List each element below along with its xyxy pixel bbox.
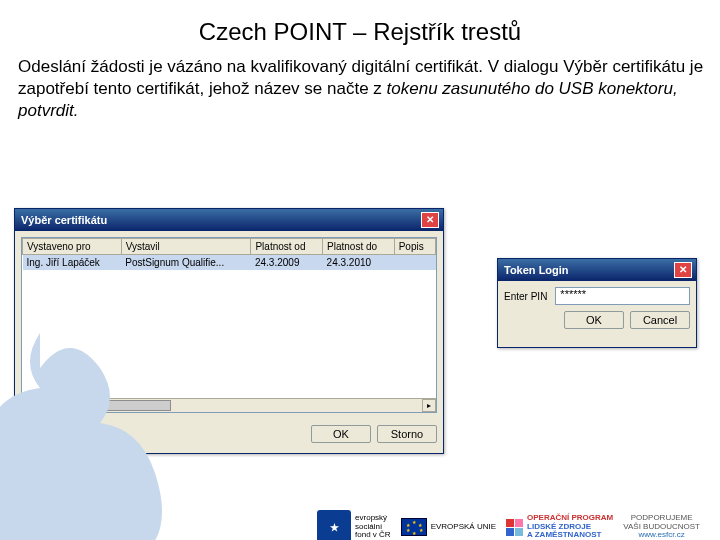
token-dialog-titlebar[interactable]: Token Login ✕ [498, 259, 696, 281]
page-title: Czech POINT – Rejstřík trestů [0, 18, 720, 46]
cell-valid-from: 24.3.2009 [251, 255, 323, 271]
certificate-dialog-title: Výběr certifikátu [21, 214, 107, 226]
close-icon[interactable]: ✕ [674, 262, 692, 278]
certificate-dialog: Výběr certifikátu ✕ Vystaveno pro Vystav… [14, 208, 444, 454]
eu-text: EVROPSKÁ UNIE [431, 523, 496, 532]
esfcr-block: PODPORUJEME VAŠI BUDOUCNOST www.esfcr.cz [623, 510, 700, 540]
token-dialog-title: Token Login [504, 264, 569, 276]
eu-flag-icon: ★ ★ ★ ★ ★ ★ [401, 518, 427, 536]
oplzz-icon [506, 519, 523, 536]
certificate-list[interactable]: Vystaveno pro Vystavil Platnost od Platn… [21, 237, 437, 413]
horizontal-scrollbar[interactable]: ◂ ▸ [22, 398, 436, 412]
col-valid-from[interactable]: Platnost od [251, 239, 323, 255]
scroll-thumb[interactable] [71, 400, 171, 411]
col-issuer[interactable]: Vystavil [121, 239, 251, 255]
eu-logo: ★ ★ ★ ★ ★ ★ EVROPSKÁ UNIE [401, 510, 496, 540]
scroll-right-icon[interactable]: ▸ [422, 399, 436, 412]
token-login-dialog: Token Login ✕ Enter PIN ****** OK Cancel [497, 258, 697, 348]
footer-logos: ★ evropský sociální fond v ČR ★ ★ ★ ★ ★ … [317, 510, 700, 540]
close-icon[interactable]: ✕ [421, 212, 439, 228]
token-ok-button[interactable]: OK [564, 311, 624, 329]
table-row[interactable]: Ing. Jiří Lapáček PostSignum Qualifie...… [23, 255, 436, 271]
scroll-left-icon[interactable]: ◂ [22, 399, 36, 412]
certificate-dialog-titlebar[interactable]: Výběr certifikátu ✕ [15, 209, 443, 231]
cell-issued-to: Ing. Jiří Lapáček [23, 255, 122, 271]
scroll-track[interactable] [36, 399, 422, 412]
col-issued-to[interactable]: Vystaveno pro [23, 239, 122, 255]
token-cancel-button[interactable]: Cancel [630, 311, 690, 329]
col-valid-to[interactable]: Platnost do [323, 239, 395, 255]
esf-logo: ★ evropský sociální fond v ČR [317, 510, 391, 540]
cell-descr [394, 255, 435, 271]
cell-valid-to: 24.3.2010 [323, 255, 395, 271]
body-paragraph: Odeslání žádosti je vázáno na kvalifikov… [18, 56, 704, 122]
ok-button[interactable]: OK [311, 425, 371, 443]
pin-label: Enter PIN [504, 291, 547, 302]
esf-text: evropský sociální fond v ČR [355, 514, 391, 540]
details-button[interactable]: Podrobnosti [21, 425, 98, 443]
cancel-button[interactable]: Storno [377, 425, 437, 443]
table-header-row: Vystaveno pro Vystavil Platnost od Platn… [23, 239, 436, 255]
pin-field[interactable]: ****** [555, 287, 690, 305]
oplzz-line3: A ZAMĚSTNANOST [527, 531, 613, 540]
col-descr[interactable]: Popis [394, 239, 435, 255]
oplzz-logo: OPERAČNÍ PROGRAM LIDSKÉ ZDROJE A ZAMĚSTN… [506, 510, 613, 540]
esfcr-url: www.esfcr.cz [623, 531, 700, 540]
cell-issuer: PostSignum Qualifie... [121, 255, 251, 271]
